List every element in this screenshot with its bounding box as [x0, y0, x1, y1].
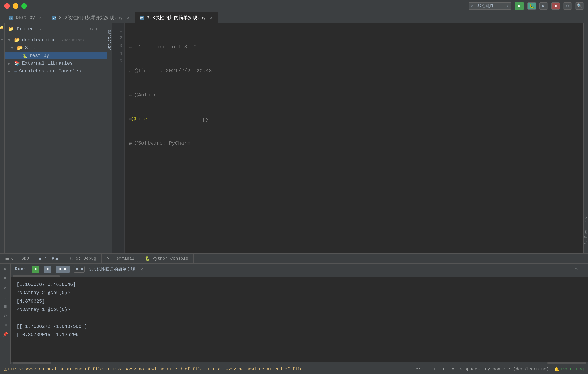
- py-file-icon: py: [9, 16, 13, 20]
- chevron-down-icon: ▾: [40, 27, 42, 31]
- run-collapse-icon[interactable]: —: [581, 266, 584, 272]
- bottom-panel: ☰ 6: TODO ▶ 4: Run ⬡ 5: Debug >_ Termina…: [0, 253, 588, 364]
- tree-item-path: ~/Documents: [59, 38, 84, 42]
- expand-scratches-icon: ▶: [8, 69, 12, 74]
- encoding[interactable]: UTF-8: [441, 366, 454, 372]
- debug-icon: ⬡: [70, 256, 74, 261]
- expand-arrow-icon: ▼: [8, 38, 12, 42]
- line-sep-text: LF: [431, 367, 436, 372]
- coverage-button[interactable]: ▶: [539, 2, 548, 10]
- editor-content[interactable]: 1 2 3 4 5 # -*- coding: utf-8 -*- # @Tim…: [112, 23, 583, 253]
- cursor-position[interactable]: 5:21: [416, 366, 426, 372]
- run-rerun-button[interactable]: ↺: [1, 284, 9, 291]
- project-icon[interactable]: 📁: [0, 26, 4, 30]
- tab-close-icon-3[interactable]: ✕: [210, 15, 212, 20]
- py-file-icon-2: py: [52, 16, 56, 20]
- bottom-scroll-track-right[interactable]: [547, 362, 586, 364]
- code-editor[interactable]: # -*- coding: utf-8 -*- # @Time : 2021/2…: [125, 23, 583, 253]
- python-console-label: Python Console: [152, 256, 188, 261]
- bottom-scroll-track[interactable]: [13, 362, 51, 364]
- warning-icon-item[interactable]: ⚠ PEP 8: W292 no newline at end of file.…: [4, 366, 305, 372]
- tab-32-py[interactable]: py 3.2线性回归从零开始实现.py ✕: [48, 12, 136, 23]
- run-play-button[interactable]: ▶: [1, 266, 9, 272]
- python-file-icon: 🐍: [23, 53, 27, 58]
- favorites-tab-label[interactable]: 2: Favorites: [584, 217, 588, 245]
- run-tab-label: 4: Run: [44, 256, 60, 261]
- traffic-lights: [4, 3, 27, 9]
- run-close-icon[interactable]: ✕: [140, 266, 143, 272]
- run-pin-button[interactable]: 📌: [1, 331, 9, 338]
- run-config-dropdown[interactable]: 3.3线性回归... ▾: [469, 2, 511, 10]
- run-icon: ▶: [40, 256, 42, 262]
- tree-item-label: deeplearning: [22, 38, 56, 43]
- terminal-tab[interactable]: >_ Terminal: [102, 254, 140, 263]
- line-num-1: 1: [114, 27, 122, 35]
- gear-settings-icon[interactable]: ⚙: [90, 26, 93, 32]
- tab-test-py[interactable]: py test.py ✕: [4, 12, 48, 23]
- output-line-6: [[ 1.7608272 -1.0487508 ]: [17, 323, 582, 331]
- settings-button[interactable]: ⚙: [563, 2, 572, 10]
- python-console-icon: 🐍: [145, 256, 150, 261]
- run-status-indicator: ■: [32, 266, 40, 273]
- toolbar-right: 3.3线性回归... ▾ ▶ 🐛 ▶ ■ ⚙ 🔍: [469, 2, 584, 10]
- line-num-5: 5: [114, 58, 122, 65]
- tree-item-deeplearning[interactable]: ▼ 📂 deeplearning ~/Documents: [5, 36, 107, 44]
- tree-item-external-libs[interactable]: ▶ 📚 External Libraries: [5, 60, 107, 67]
- run-status-indicator-3: ■ ■: [56, 266, 70, 273]
- run-button[interactable]: ▶: [514, 2, 524, 10]
- dropdown-arrow-icon: ▾: [506, 4, 509, 8]
- code-comment-4: #: [129, 115, 132, 123]
- python-console-tab[interactable]: 🐍 Python Console: [140, 254, 193, 263]
- line-num-3: 3: [114, 42, 122, 50]
- stop-button[interactable]: ■: [551, 2, 560, 10]
- status-right-items: 5:21 LF UTF-8 4 spaces Python 3.7 (deepl…: [416, 366, 584, 372]
- python-version-text: Python 3.7 (deeplearning): [485, 367, 549, 372]
- tab-close-icon-2[interactable]: ✕: [127, 15, 129, 20]
- close-panel-icon[interactable]: ×: [101, 26, 104, 32]
- event-log-text: Event Log: [561, 367, 584, 372]
- todo-tab[interactable]: ☰ 6: TODO: [0, 254, 34, 263]
- tree-scratches-label: Scratches and Consoles: [19, 69, 81, 74]
- tree-testpy-label: test.py: [30, 53, 49, 58]
- run-scroll-end-button[interactable]: ↓: [1, 294, 9, 300]
- debug-tab-label: 5: Debug: [76, 256, 96, 261]
- line-separator[interactable]: LF: [431, 366, 436, 372]
- minimize-button[interactable]: [13, 3, 18, 9]
- python-version[interactable]: Python 3.7 (deeplearning): [485, 366, 549, 372]
- debug-button[interactable]: 🐛: [527, 2, 536, 10]
- debug-tab[interactable]: ⬡ 5: Debug: [65, 254, 102, 263]
- tree-item-scratches[interactable]: ▶ ✏ Scratches and Consoles: [5, 67, 107, 75]
- structure-icon[interactable]: ⊞: [0, 38, 4, 40]
- run-status-indicator-2: ■: [44, 266, 52, 273]
- run-layout-button[interactable]: ⊞: [1, 322, 9, 328]
- event-log[interactable]: 🔔 Event Log: [554, 366, 584, 372]
- close-button[interactable]: [4, 3, 10, 9]
- run-settings-gear-icon[interactable]: ⚙: [575, 266, 578, 272]
- warning-text: PEP 8: W292 no newline at end of file. P…: [8, 367, 305, 372]
- tab-33-py[interactable]: py 3.3线性回归的简单实现.py ✕: [136, 12, 219, 23]
- tab-close-icon[interactable]: ✕: [39, 15, 42, 20]
- code-comment-4b: : .py: [147, 115, 209, 123]
- scrollbar-track[interactable]: [13, 275, 60, 277]
- run-tab[interactable]: ▶ 4: Run: [34, 254, 65, 263]
- line-numbers: 1 2 3 4 5: [112, 23, 125, 253]
- run-stop-button[interactable]: ■: [1, 275, 9, 282]
- maximize-button[interactable]: [21, 3, 27, 9]
- run-settings-button[interactable]: ⚙: [1, 313, 9, 319]
- indent-setting[interactable]: 4 spaces: [459, 366, 480, 372]
- structure-tab-label[interactable]: Structure: [107, 30, 112, 51]
- favorites-side-tab: 2: Favorites: [583, 23, 588, 253]
- project-header-buttons: ⚙ ⟨ ×: [90, 26, 104, 32]
- tree-item-subfolder[interactable]: ▼ 📂 3...: [5, 44, 107, 52]
- position-text: 5:21: [416, 367, 426, 372]
- scratch-icon: ✏: [14, 69, 17, 74]
- collapse-icon[interactable]: ⟨: [95, 26, 98, 32]
- run-tab-name: 3.3线性回归的简单实现: [89, 266, 135, 272]
- tree-item-testpy[interactable]: 🐍 test.py: [5, 52, 107, 60]
- project-title: Project: [17, 26, 36, 32]
- tab-label-2: 3.2线性回归从零开始实现.py: [59, 14, 123, 21]
- run-filter-button[interactable]: ⊟: [1, 303, 9, 310]
- search-button[interactable]: 🔍: [575, 2, 584, 10]
- decorator-file: @File: [132, 115, 147, 123]
- event-log-icon: 🔔: [554, 366, 559, 372]
